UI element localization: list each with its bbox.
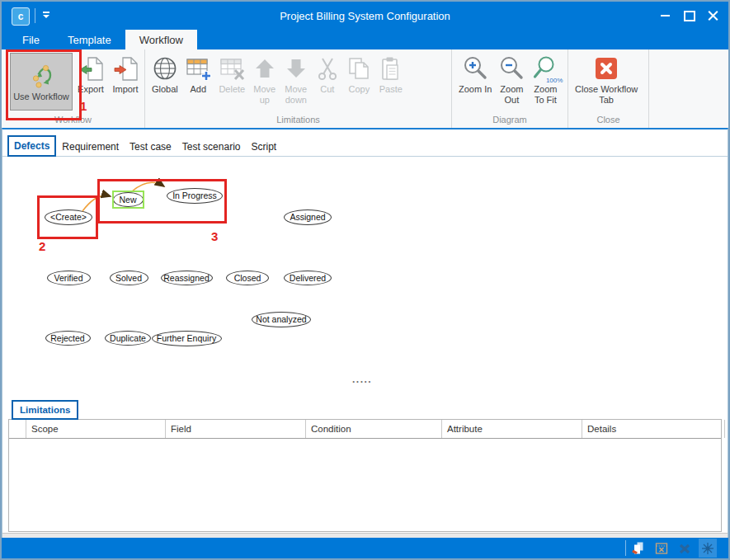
ribbon-button-label: Delete [219, 84, 245, 95]
ribbon-button-label: Export [78, 84, 104, 95]
node-delivered[interactable]: Delivered [284, 271, 332, 285]
annotation-number-1: 1 [80, 99, 87, 113]
grid-x-icon[interactable] [652, 539, 671, 558]
node-not-analyzed[interactable]: Not analyzed [252, 312, 311, 327]
zoom-fit-icon: 100% [531, 54, 559, 83]
zoom-to-fit-button[interactable]: 100%Zoom To Fit [529, 52, 562, 107]
column-header-condition[interactable]: Condition [306, 420, 442, 438]
node-solved[interactable]: Solved [110, 271, 148, 285]
window-controls [653, 2, 725, 30]
limitations-panel: Limitations ScopeFieldConditionAttribute… [2, 398, 728, 535]
ribbon-button-row: Use WorkflowExportImport [2, 49, 144, 115]
tab-test-scenario[interactable]: Test scenario [177, 138, 246, 156]
splitter-grip[interactable]: ..... [352, 374, 372, 385]
limitations-table-header: ScopeFieldConditionAttributeDetails [9, 420, 721, 439]
ribbon-button-row: GlobalAddDeleteMove upMove downCutCopyPa… [145, 49, 451, 115]
ribbon-button-label: Add [191, 84, 207, 95]
minimize-button[interactable] [653, 5, 677, 26]
node-closed[interactable]: Closed [226, 271, 269, 285]
ribbon-button-label: Move up [253, 84, 276, 106]
mail-x-icon[interactable] [676, 539, 694, 558]
ribbon-button-label: Move down [285, 84, 307, 106]
menu-tab-workflow[interactable]: Workflow [125, 30, 197, 49]
content-panel: DefectsRequirementTest caseTest scenario… [2, 128, 728, 538]
node-duplicate[interactable]: Duplicate [105, 331, 151, 346]
app-icon[interactable]: c [12, 7, 30, 26]
ribbon-button-label: Zoom To Fit [534, 84, 557, 106]
globe-icon [153, 54, 177, 83]
tab-script[interactable]: Script [246, 138, 281, 156]
node-verified[interactable]: Verified [47, 271, 91, 285]
quick-access-dropdown-icon[interactable] [43, 12, 49, 18]
ribbon-button-label: Zoom In [459, 84, 492, 95]
statusbar-separator [625, 540, 626, 556]
zoom-out-button[interactable]: Zoom Out [496, 52, 527, 107]
global-button[interactable]: Global [149, 52, 181, 96]
ribbon: Use WorkflowExportImportWorkflowGlobalAd… [2, 49, 728, 128]
node-create[interactable]: <Create> [45, 209, 92, 225]
selection-highlight [112, 191, 144, 209]
workflow-canvas[interactable]: ..... <Create>NewIn ProgressAssignedVeri… [2, 157, 728, 398]
cut-icon [315, 54, 340, 83]
node-assigned[interactable]: Assigned [284, 209, 332, 225]
copy-icon [346, 54, 372, 83]
add-button[interactable]: Add [182, 52, 214, 96]
move-up-icon [252, 54, 277, 83]
import-button[interactable]: Import [109, 52, 142, 96]
close-icon [708, 11, 718, 21]
menu-tab-file[interactable]: File [8, 30, 54, 49]
ribbon-group-label: Close [568, 115, 648, 128]
column-header-icon[interactable] [9, 420, 26, 438]
maximize-button[interactable] [677, 5, 701, 26]
node-further-enquiry[interactable]: Further Enquiry [152, 331, 222, 346]
snowflake-icon[interactable] [699, 539, 717, 558]
pages-icon[interactable] [629, 539, 648, 558]
column-header-scope[interactable]: Scope [26, 420, 166, 438]
maximize-icon [684, 11, 695, 21]
zoom-in-button[interactable]: Zoom In [456, 52, 494, 96]
close-workflow-tab-button[interactable]: Close Workflow Tab [572, 52, 640, 107]
tab-requirement[interactable]: Requirement [57, 138, 124, 156]
node-reassigned[interactable]: Reassigned [161, 271, 213, 285]
annotation-number-2: 2 [39, 239, 45, 253]
window-title: Project Billing System Configuration [2, 2, 728, 30]
title-bar: c Project Billing System Configuration [2, 2, 728, 30]
ribbon-group-label: Workflow [2, 115, 144, 128]
move-down-button: Move down [281, 52, 311, 107]
delete-button: Delete [216, 52, 248, 96]
column-header-field[interactable]: Field [166, 420, 306, 438]
zoom-in-icon [462, 54, 488, 83]
paste-button: Paste [376, 52, 406, 96]
column-header-details[interactable]: Details [582, 420, 725, 438]
ribbon-group-diagram: Zoom InZoom Out100%Zoom To FitDiagram [452, 49, 568, 128]
close-button[interactable] [701, 5, 725, 26]
tab-defects[interactable]: Defects [7, 135, 56, 157]
export-icon [77, 54, 105, 83]
ribbon-button-label: Copy [348, 84, 370, 95]
ribbon-group-workflow: Use WorkflowExportImportWorkflow [2, 49, 145, 128]
ribbon-button-label: Close Workflow Tab [575, 84, 638, 106]
zoom-percent-badge: 100% [546, 77, 563, 84]
move-up-button: Move up [250, 52, 280, 107]
statusbar-icons [629, 539, 717, 558]
table-add-icon [185, 54, 212, 83]
titlebar-separator [35, 8, 35, 23]
node-rejected[interactable]: Rejected [45, 331, 91, 346]
cut-button: Cut [313, 52, 342, 96]
limitations-table: ScopeFieldConditionAttributeDetails [8, 419, 722, 532]
ribbon-button-label: Cut [320, 84, 334, 95]
menu-tab-template[interactable]: Template [54, 30, 125, 49]
ribbon-button-label: Zoom Out [500, 84, 523, 106]
ribbon-button-label: Paste [379, 84, 403, 95]
use-workflow-button[interactable]: Use Workflow [10, 53, 73, 111]
ribbon-button-row: Close Workflow Tab [568, 49, 648, 115]
export-button[interactable]: Export [74, 52, 107, 96]
ribbon-button-row: Zoom InZoom Out100%Zoom To Fit [452, 49, 568, 115]
tab-limitations[interactable]: Limitations [12, 400, 78, 420]
column-header-attribute[interactable]: Attribute [442, 420, 582, 438]
node-in-progress[interactable]: In Progress [167, 188, 223, 204]
ribbon-group-label: Limitations [145, 115, 451, 128]
table-delete-icon [219, 54, 246, 83]
paste-icon [379, 54, 403, 83]
tab-test-case[interactable]: Test case [125, 138, 177, 156]
